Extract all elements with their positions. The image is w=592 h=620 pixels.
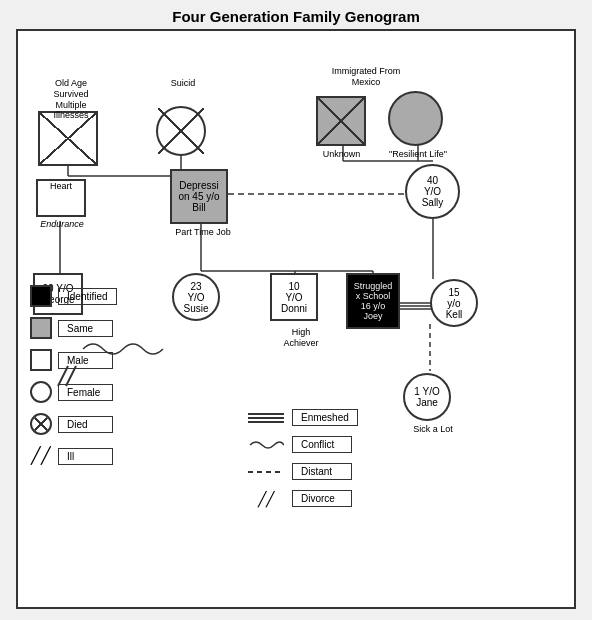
part-time-label: Part Time Job <box>163 227 243 238</box>
unknown-box <box>316 96 366 146</box>
sick-lot-label: Sick a Lot <box>398 424 468 435</box>
resilient-label: "Resilient Life" <box>378 149 458 160</box>
depression-bill-text: Depression 45 y/oBill <box>178 180 219 213</box>
legend-died-icon <box>30 413 52 435</box>
joey-box: Struggledx School16 y/oJoey <box>346 273 400 329</box>
legend-same-icon <box>30 317 52 339</box>
sally-circle: 40Y/OSally <box>405 164 460 219</box>
jane-circle: 1 Y/OJane <box>403 373 451 421</box>
legend-divorce-icon: ╱╱ <box>248 492 284 506</box>
legend-female-label: Female <box>58 384 113 401</box>
immigrated-label: Immigrated FromMexico <box>316 66 416 88</box>
legend-enmeshed-label: Enmeshed <box>292 409 358 426</box>
legend-same-label: Same <box>58 320 113 337</box>
legend-conflict-label: Conflict <box>292 436 352 453</box>
unknown-label: Unknown <box>314 149 369 160</box>
joey-text: Struggledx School16 y/oJoey <box>354 281 393 321</box>
resilient-circle <box>388 91 443 146</box>
sally-text: 40Y/OSally <box>422 175 444 208</box>
donni-text: 10Y/ODonni <box>281 281 307 314</box>
high-achiever-label: HighAchiever <box>266 327 336 349</box>
legend-enmeshed-icon <box>248 413 284 423</box>
legend-ill-label: Ill <box>58 448 113 465</box>
legend-identified-label: Identified <box>58 288 117 305</box>
suicid-label: Suicid <box>158 78 208 89</box>
legend-lines: Enmeshed Conflict Distant ╱╱ Divorce <box>248 409 358 517</box>
suicid-circle <box>156 106 206 156</box>
endurance-label: Endurance <box>32 219 92 230</box>
old-age-label: Old AgeSurvivedMultipleIllnesses <box>36 78 106 121</box>
legend-male-icon <box>30 349 52 371</box>
legend-male-label: Male <box>58 352 113 369</box>
heart-label: Heart <box>38 181 84 192</box>
depression-bill-box: Depression 45 y/oBill <box>170 169 228 224</box>
legend-conflict-icon <box>248 437 284 453</box>
legend-identified: Identified Same Male Female Died ╱╱ Ill <box>30 285 117 477</box>
kell-text: 15y/oKell <box>446 287 463 320</box>
susie-text: 23Y/OSusie <box>183 281 208 314</box>
susie-circle: 23Y/OSusie <box>172 273 220 321</box>
donni-box: 10Y/ODonni <box>270 273 318 321</box>
page-title: Four Generation Family Genogram <box>0 0 592 29</box>
genogram-diagram: Old AgeSurvivedMultipleIllnesses Suicid … <box>16 29 576 609</box>
jane-text: 1 Y/OJane <box>414 386 439 408</box>
legend-divorce-label: Divorce <box>292 490 352 507</box>
legend-distant-label: Distant <box>292 463 352 480</box>
legend-distant-icon <box>248 471 284 473</box>
legend-female-icon <box>30 381 52 403</box>
legend-ill-icon: ╱╱ <box>30 445 52 467</box>
kell-circle: 15y/oKell <box>430 279 478 327</box>
legend-identified-icon <box>30 285 52 307</box>
legend-died-label: Died <box>58 416 113 433</box>
